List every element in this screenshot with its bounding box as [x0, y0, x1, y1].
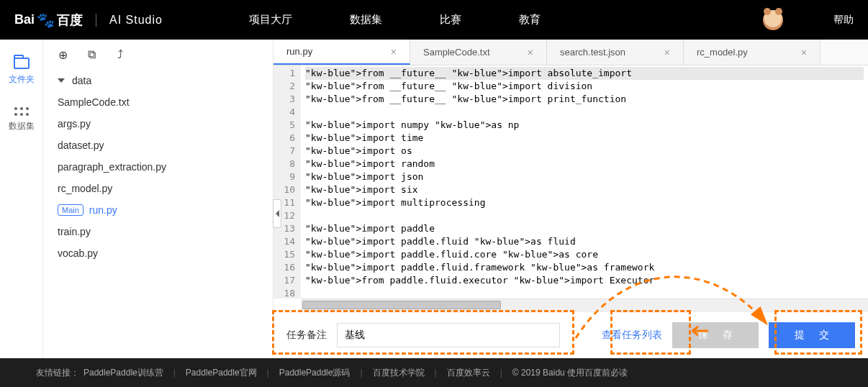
editor-area: run.py× SampleCode.txt× search.test.json…: [273, 40, 868, 358]
view-tasks-link[interactable]: 查看任务列表: [602, 329, 662, 342]
footer: 友情链接： PaddlePaddle训练营| PaddlePaddle官网| P…: [0, 358, 868, 387]
main-badge: Main: [58, 204, 83, 216]
tab-sample[interactable]: SampleCode.txt×: [410, 40, 547, 65]
main: 文件夹 数据集 ⊕ ⧉ ⤴ data SampleCode.txt args.p…: [0, 40, 868, 358]
caret-icon: [58, 78, 65, 83]
tree-folder-data[interactable]: data: [43, 70, 273, 91]
new-file-button[interactable]: ⊕: [56, 48, 69, 61]
nav-competition[interactable]: 比赛: [440, 13, 461, 27]
close-icon[interactable]: ×: [664, 47, 670, 58]
footer-copyright: © 2019 Baidu 使用百度前必读: [512, 367, 628, 379]
tree-file[interactable]: args.py: [43, 113, 273, 135]
line-gutter: 123456789101112131415161718192021222324: [273, 65, 301, 299]
tab-rcmodel[interactable]: rc_model.py×: [684, 40, 820, 65]
nav-help[interactable]: 帮助: [833, 14, 854, 27]
rail-files[interactable]: 文件夹: [9, 58, 35, 86]
tree-file[interactable]: dataset.py: [43, 135, 273, 156]
tree-file[interactable]: rc_model.py: [43, 178, 273, 199]
nav-education[interactable]: 教育: [519, 13, 541, 27]
submit-button[interactable]: 提 交: [769, 322, 855, 348]
submit-bar: 任务备注 查看任务列表 保 存 提 交: [273, 311, 868, 358]
tree-file[interactable]: SampleCode.txt: [43, 91, 273, 113]
code-editor[interactable]: 123456789101112131415161718192021222324 …: [273, 65, 868, 299]
file-explorer: ⊕ ⧉ ⤴ data SampleCode.txt args.py datase…: [43, 40, 273, 358]
save-button[interactable]: 保 存: [672, 322, 759, 348]
nav-project-hall[interactable]: 项目大厅: [249, 13, 292, 27]
tree-file[interactable]: train.py: [43, 221, 273, 242]
tree-file-run[interactable]: Mainrun.py: [43, 199, 273, 221]
upload-button[interactable]: ⤴: [114, 48, 127, 61]
horizontal-scrollbar[interactable]: [301, 299, 868, 311]
tree-file[interactable]: vocab.py: [43, 242, 273, 264]
folder-icon: [14, 58, 30, 69]
left-rail: 文件夹 数据集: [0, 40, 43, 358]
tree-file[interactable]: paragraph_extraction.py: [43, 156, 273, 178]
nav-dataset[interactable]: 数据集: [350, 13, 382, 27]
close-icon[interactable]: ×: [801, 47, 807, 58]
remark-label: 任务备注: [286, 329, 327, 342]
new-folder-button[interactable]: ⧉: [85, 48, 98, 61]
editor-tabs: run.py× SampleCode.txt× search.test.json…: [273, 40, 868, 65]
tab-run[interactable]: run.py×: [273, 40, 410, 65]
dataset-icon: [14, 107, 29, 116]
footer-link[interactable]: 百度技术学院: [373, 367, 425, 379]
tab-search[interactable]: search.test.json×: [547, 40, 684, 65]
close-icon[interactable]: ×: [391, 46, 397, 58]
footer-link[interactable]: PaddlePaddle训练营: [83, 367, 163, 379]
footer-label: 友情链接：: [36, 367, 79, 379]
code-content[interactable]: "kw-blue">from __future__ "kw-blue">impo…: [301, 65, 868, 299]
collapse-sidebar-handle[interactable]: [273, 199, 281, 228]
top-nav: Bai🐾百度 AI Studio 项目大厅 数据集 比赛 教育 帮助: [0, 0, 868, 40]
avatar[interactable]: [763, 10, 783, 30]
footer-link[interactable]: PaddlePaddle源码: [279, 367, 351, 379]
logo[interactable]: Bai🐾百度 AI Studio: [14, 12, 163, 29]
remark-input[interactable]: [337, 323, 560, 347]
footer-link[interactable]: PaddlePaddle官网: [186, 367, 257, 379]
close-icon[interactable]: ×: [528, 47, 533, 58]
rail-dataset[interactable]: 数据集: [9, 107, 35, 132]
footer-link[interactable]: 百度效率云: [447, 367, 490, 379]
paw-icon: 🐾: [37, 12, 55, 29]
